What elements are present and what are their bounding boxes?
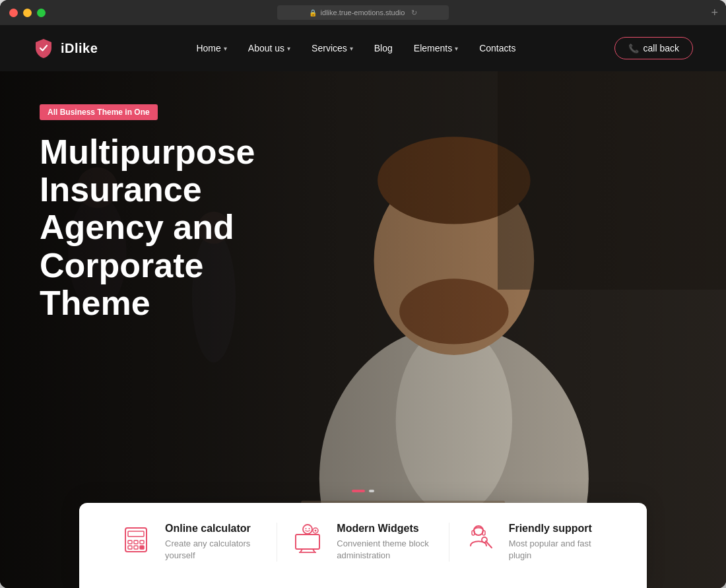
- phone-icon: 📞: [628, 44, 639, 53]
- svg-rect-33: [482, 531, 485, 535]
- feature-calculator-text: Online calculator Create any calculators…: [165, 523, 263, 562]
- nav-home[interactable]: Home ▾: [187, 38, 236, 59]
- feature-widgets: Modern Widgets Convenient theme block ad…: [277, 523, 449, 562]
- svg-rect-16: [128, 540, 132, 544]
- callback-button[interactable]: 📞 call back: [614, 37, 693, 59]
- hero-section: All Business Theme in One Multipurpose I…: [0, 71, 726, 588]
- refresh-icon[interactable]: ↻: [411, 9, 417, 17]
- feature-support-title: Friendly support: [509, 523, 607, 535]
- features-strip: Online calculator Create any calculators…: [0, 503, 726, 588]
- feature-calculator-title: Online calculator: [165, 523, 263, 535]
- carousel-dots: [352, 490, 374, 492]
- svg-point-34: [482, 537, 487, 542]
- close-button[interactable]: [9, 9, 18, 17]
- chevron-down-icon: ▾: [350, 45, 353, 52]
- feature-widgets-text: Modern Widgets Convenient theme block ad…: [337, 523, 435, 562]
- svg-rect-19: [128, 546, 132, 549]
- nav-elements[interactable]: Elements ▾: [405, 38, 467, 59]
- nav-links: Home ▾ About us ▾ Services ▾ Blog Elemen…: [187, 38, 525, 59]
- feature-widgets-title: Modern Widgets: [337, 523, 435, 535]
- feature-support-text: Friendly support Most popular and fast p…: [509, 523, 607, 562]
- svg-point-28: [309, 528, 310, 529]
- chevron-down-icon: ▾: [455, 45, 458, 52]
- website: iDlike Home ▾ About us ▾ Services ▾ Blog: [0, 25, 726, 588]
- minimize-button[interactable]: [23, 9, 32, 17]
- feature-calculator: Online calculator Create any calculators…: [106, 523, 277, 562]
- features-card: Online calculator Create any calculators…: [79, 503, 647, 588]
- svg-rect-21: [140, 546, 144, 549]
- mac-window: 🔒 idlike.true-emotions.studio ↻ + iDlike…: [0, 0, 726, 588]
- chevron-down-icon: ▾: [287, 45, 290, 52]
- logo-text: iDlike: [61, 41, 98, 56]
- svg-rect-18: [140, 540, 144, 544]
- calculator-icon: [119, 523, 153, 557]
- feature-support: Friendly support Most popular and fast p…: [449, 523, 620, 562]
- widgets-icon: [290, 523, 325, 557]
- svg-rect-22: [296, 535, 319, 549]
- svg-point-30: [315, 529, 317, 531]
- svg-point-27: [306, 528, 307, 529]
- nav-about[interactable]: About us ▾: [239, 38, 300, 59]
- nav-services[interactable]: Services ▾: [302, 38, 362, 59]
- svg-point-26: [303, 525, 312, 534]
- hero-badge: All Business Theme in One: [40, 104, 158, 120]
- hero-title: Multipurpose Insurance Agency and Corpor…: [40, 133, 317, 322]
- svg-rect-32: [472, 531, 475, 535]
- dot-active[interactable]: [352, 490, 365, 492]
- chevron-down-icon: ▾: [224, 45, 227, 52]
- feature-support-desc: Most popular and fast plugin: [509, 538, 607, 562]
- svg-rect-20: [134, 546, 138, 549]
- svg-rect-17: [134, 540, 138, 544]
- feature-calculator-desc: Create any calculators yourself: [165, 538, 263, 562]
- navbar: iDlike Home ▾ About us ▾ Services ▾ Blog: [0, 25, 726, 71]
- lock-icon: 🔒: [309, 9, 317, 16]
- feature-widgets-desc: Convenient theme block administration: [337, 538, 435, 562]
- address-text: idlike.true-emotions.studio: [321, 9, 405, 16]
- dot-inactive[interactable]: [369, 490, 374, 492]
- maximize-button[interactable]: [37, 9, 46, 17]
- logo[interactable]: iDlike: [33, 38, 98, 59]
- titlebar: 🔒 idlike.true-emotions.studio ↻ +: [0, 0, 726, 25]
- support-icon: [463, 523, 497, 557]
- nav-contacts[interactable]: Contacts: [470, 38, 525, 59]
- svg-rect-15: [128, 531, 144, 537]
- new-tab-button[interactable]: +: [711, 6, 718, 20]
- nav-blog[interactable]: Blog: [365, 38, 402, 59]
- logo-icon: [33, 38, 54, 59]
- address-bar[interactable]: 🔒 idlike.true-emotions.studio ↻: [277, 5, 449, 20]
